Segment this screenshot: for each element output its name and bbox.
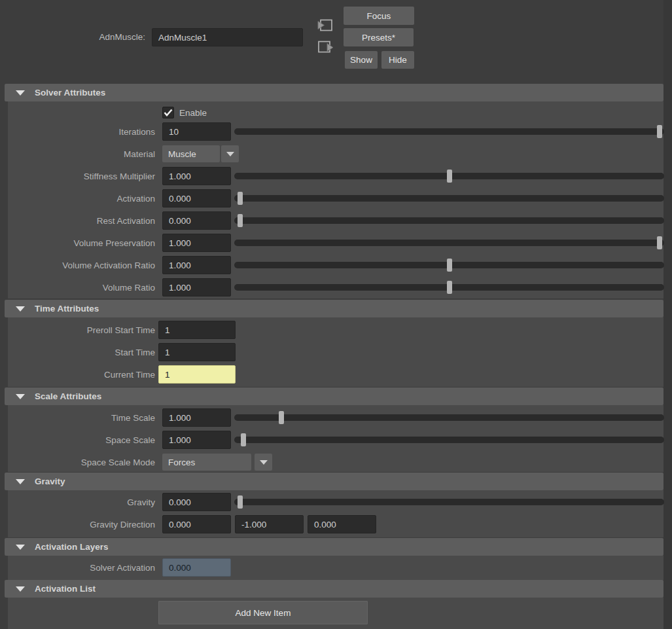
solver-activation-input[interactable]: [162, 558, 231, 577]
volume-activation-ratio-label: Volume Activation Ratio: [8, 261, 155, 270]
enable-row: Enable: [8, 105, 663, 120]
slider-handle[interactable]: [657, 236, 662, 249]
section-body-activation-list: Add New Item: [8, 598, 663, 629]
space-scale-input[interactable]: [162, 431, 231, 449]
node-type-label: AdnMuscle:: [0, 28, 145, 46]
collapse-triangle-icon: [16, 479, 25, 484]
chevron-down-icon: [260, 460, 268, 465]
section-title: Solver Attributes: [35, 88, 105, 98]
slider-handle[interactable]: [447, 170, 452, 183]
section-header-scale-attributes[interactable]: Scale Attributes: [5, 387, 663, 405]
volume-activation-ratio-slider[interactable]: [234, 256, 664, 274]
solver-activation-label: Solver Activation: [8, 563, 155, 573]
slider-track: [234, 195, 664, 202]
collapse-triangle-icon: [16, 545, 25, 550]
slider-handle[interactable]: [279, 411, 284, 424]
gravity-direction-z-input[interactable]: [308, 515, 376, 533]
collapse-triangle-icon: [16, 90, 25, 96]
slider-track: [234, 437, 664, 443]
material-label: Material: [8, 149, 155, 159]
preroll-start-time-label: Preroll Start Time: [8, 325, 155, 335]
rest-activation-slider[interactable]: [234, 211, 664, 230]
activation-slider[interactable]: [234, 189, 664, 207]
section-body-activation-layers: Solver Activation: [8, 556, 663, 580]
current-time-input[interactable]: [158, 365, 236, 384]
stiffness-multiplier-slider[interactable]: [234, 167, 664, 185]
space-scale-mode-dropdown[interactable]: Forces: [162, 454, 251, 471]
gravity-label: Gravity: [8, 497, 155, 507]
preroll-start-time-row: Preroll Start Time: [8, 319, 663, 341]
preroll-start-time-input[interactable]: [158, 321, 236, 339]
space-scale-slider[interactable]: [234, 431, 664, 449]
volume-preservation-input[interactable]: [162, 234, 231, 252]
material-dropdown[interactable]: Muscle: [162, 145, 220, 162]
slider-track: [234, 128, 664, 135]
section-header-activation-list[interactable]: Activation List: [5, 580, 663, 598]
slider-track: [234, 217, 664, 224]
square-arrow-in-icon: [316, 17, 334, 34]
focus-button[interactable]: Focus: [344, 7, 414, 25]
time-scale-input[interactable]: [162, 408, 231, 427]
slider-handle[interactable]: [657, 125, 662, 138]
rest-activation-row: Rest Activation: [8, 209, 663, 232]
section-title: Gravity: [35, 476, 65, 486]
iterations-input[interactable]: [162, 122, 231, 141]
start-time-input[interactable]: [158, 343, 236, 361]
section-header-solver-attributes[interactable]: Solver Attributes: [5, 84, 663, 101]
section-header-activation-layers[interactable]: Activation Layers: [5, 538, 663, 556]
volume-ratio-row: Volume Ratio: [8, 276, 663, 298]
slider-handle[interactable]: [447, 259, 452, 272]
activation-label: Activation: [8, 194, 155, 204]
collapse-triangle-icon: [16, 586, 25, 592]
slider-handle[interactable]: [238, 214, 243, 227]
gravity-row: Gravity: [8, 491, 663, 513]
solver-activation-row: Solver Activation: [8, 556, 663, 579]
show-button[interactable]: Show: [345, 51, 378, 69]
current-time-label: Current Time: [8, 370, 155, 380]
gravity-input[interactable]: [162, 493, 231, 511]
add-new-item-button[interactable]: Add New Item: [158, 601, 368, 624]
slider-track: [234, 499, 664, 505]
stiffness-multiplier-input[interactable]: [162, 167, 231, 185]
gravity-direction-y-input[interactable]: [235, 515, 304, 533]
gravity-direction-label: Gravity Direction: [8, 520, 155, 530]
volume-ratio-slider[interactable]: [234, 278, 664, 297]
hide-button[interactable]: Hide: [381, 51, 414, 69]
iterations-row: Iterations: [8, 120, 663, 143]
section-title: Activation List: [35, 584, 96, 594]
section-title: Time Attributes: [35, 304, 99, 314]
slider-handle[interactable]: [241, 433, 246, 446]
volume-preservation-label: Volume Preservation: [8, 238, 155, 248]
slider-handle[interactable]: [238, 495, 243, 509]
node-name-input[interactable]: [152, 28, 303, 46]
section-header-gravity[interactable]: Gravity: [5, 473, 663, 490]
section-title: Activation Layers: [35, 542, 109, 552]
volume-preservation-slider[interactable]: [234, 234, 664, 252]
gravity-direction-x-input[interactable]: [162, 515, 231, 533]
iterations-label: Iterations: [8, 127, 155, 137]
space-scale-row: Space Scale: [8, 429, 663, 451]
enable-checkbox[interactable]: [162, 107, 174, 118]
volume-ratio-input[interactable]: [162, 278, 231, 297]
space-scale-mode-dropdown-arrow-button[interactable]: [255, 454, 272, 471]
iterations-slider[interactable]: [234, 122, 664, 141]
slider-track: [234, 414, 664, 421]
volume-activation-ratio-input[interactable]: [162, 256, 231, 274]
slider-handle[interactable]: [447, 281, 452, 294]
time-scale-slider[interactable]: [234, 408, 664, 427]
material-dropdown-value: Muscle: [168, 149, 196, 159]
start-time-row: Start Time: [8, 341, 663, 363]
slider-handle[interactable]: [238, 192, 243, 205]
presets-button[interactable]: Presets*: [344, 28, 414, 46]
section-body-time-attributes: Preroll Start Time Start Time Current Ti…: [8, 317, 663, 387]
breakout-tab-icon[interactable]: [316, 39, 334, 56]
section-title: Scale Attributes: [35, 391, 101, 401]
activation-input[interactable]: [162, 189, 231, 207]
copy-tab-icon[interactable]: [316, 17, 334, 34]
rest-activation-input[interactable]: [162, 211, 231, 230]
gravity-slider[interactable]: [234, 493, 664, 511]
section-header-time-attributes[interactable]: Time Attributes: [5, 300, 663, 317]
checkmark-icon: [164, 109, 173, 117]
material-dropdown-arrow-button[interactable]: [221, 145, 239, 162]
stiffness-multiplier-row: Stiffness Multiplier: [8, 165, 663, 187]
